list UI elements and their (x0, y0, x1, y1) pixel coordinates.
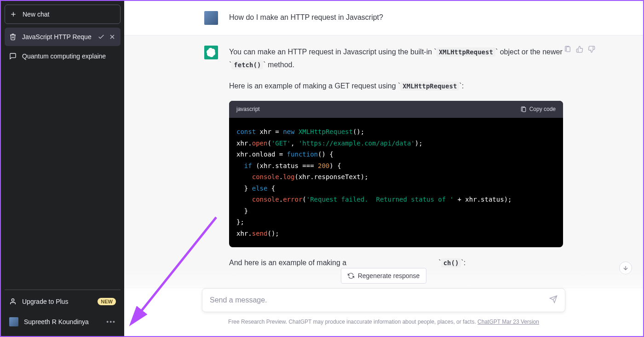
copy-code-button[interactable]: Copy code (520, 105, 556, 114)
message-input[interactable] (210, 296, 549, 304)
assistant-message: You can make an HTTP request in Javascri… (124, 35, 643, 288)
conversation-label: JavaScript HTTP Reque (22, 33, 92, 41)
inline-code: fetch() (231, 60, 263, 70)
conversation-list: JavaScript HTTP Reque Quantum computing … (5, 28, 121, 290)
user-avatar-icon (204, 11, 218, 25)
user-message-text: How do I make an HTTP request in Javascr… (229, 11, 563, 25)
regenerate-label: Regenerate response (358, 272, 420, 279)
footnote-link[interactable]: ChatGPT Mar 23 Version (477, 319, 539, 325)
close-icon[interactable] (109, 33, 116, 41)
message-composer (202, 288, 565, 312)
inline-code: ch() (441, 258, 461, 267)
text: Here is an example of making a GET reque… (229, 82, 398, 90)
user-menu-button[interactable]: Supreeth R Koundinya ••• (5, 311, 121, 332)
text: And here is an example of making a (229, 259, 346, 267)
upgrade-button[interactable]: Upgrade to Plus NEW (5, 292, 121, 311)
new-chat-label: New chat (23, 11, 49, 18)
text: You can make an HTTP request in Javascri… (229, 48, 434, 56)
refresh-icon (348, 273, 354, 279)
text: : (462, 82, 464, 90)
user-icon (9, 298, 17, 305)
svg-point-4 (12, 299, 14, 301)
send-icon (549, 295, 558, 303)
upgrade-label: Upgrade to Plus (22, 298, 68, 305)
code-body: const xhr = new XMLHttpRequest(); xhr.op… (229, 118, 563, 247)
svg-rect-5 (522, 107, 525, 111)
clipboard-icon (520, 106, 527, 113)
clipboard-icon[interactable] (564, 46, 571, 53)
svg-rect-6 (566, 47, 570, 52)
sidebar: New chat JavaScript HTTP Reque Quantum c… (1, 1, 124, 336)
user-message: How do I make an HTTP request in Javascr… (124, 1, 643, 35)
copy-code-label: Copy code (529, 105, 556, 114)
main-panel: How do I make an HTTP request in Javascr… (124, 1, 643, 336)
thumbs-down-icon[interactable] (588, 46, 595, 53)
user-name: Supreeth R Koundinya (24, 318, 89, 325)
assistant-avatar-icon (204, 46, 218, 59)
footnote: Free Research Preview. ChatGPT may produ… (228, 319, 539, 325)
inline-code: XMLHttpRequest (437, 47, 495, 57)
text: method. (266, 61, 294, 69)
footnote-text: Free Research Preview. ChatGPT may produ… (228, 319, 477, 325)
text: : (464, 259, 466, 267)
user-avatar-icon (9, 317, 18, 326)
message-feedback (564, 46, 595, 53)
sidebar-item-conversation[interactable]: JavaScript HTTP Reque (5, 28, 121, 46)
composer-area: Regenerate response Free Research Previe… (124, 268, 643, 336)
conversation-label: Quantum computing explaine (22, 52, 116, 60)
regenerate-button[interactable]: Regenerate response (341, 268, 427, 284)
new-chat-button[interactable]: New chat (5, 5, 121, 24)
new-badge: NEW (98, 298, 116, 305)
plus-icon (10, 11, 17, 18)
code-lang-label: javascript (236, 105, 260, 114)
more-icon: ••• (106, 318, 116, 325)
sidebar-item-conversation[interactable]: Quantum computing explaine (5, 47, 121, 65)
inline-code: XMLHttpRequest (400, 81, 459, 91)
sidebar-footer: Upgrade to Plus NEW Supreeth R Koundinya… (5, 290, 121, 332)
thumbs-up-icon[interactable] (576, 46, 583, 53)
assistant-message-body: You can make an HTTP request in Javascri… (229, 46, 563, 278)
trash-icon (9, 33, 17, 41)
chat-icon (9, 52, 17, 60)
text: object or the newer (498, 48, 563, 56)
check-icon[interactable] (98, 33, 105, 41)
code-block: javascript Copy code const xhr = new XML… (229, 101, 563, 247)
send-button[interactable] (549, 295, 558, 305)
